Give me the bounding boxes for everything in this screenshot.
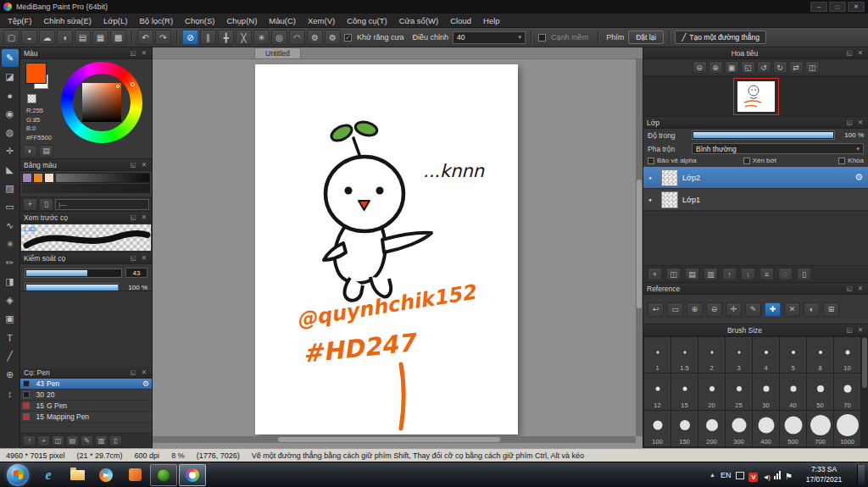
language-indicator[interactable]: EN	[721, 471, 732, 479]
sv-cursor[interactable]	[116, 85, 120, 88]
brush-size-option-5[interactable]: 5	[780, 337, 806, 373]
dot-tool[interactable]: ●	[2, 86, 19, 104]
color-slider-toggle-icon[interactable]: ▤	[39, 145, 53, 158]
brush-item-1[interactable]: 43Pen⚙	[20, 379, 152, 390]
taskbar-app-orange-icon[interactable]	[121, 464, 148, 486]
blend-mode-select[interactable]: Bình thường ▾	[692, 143, 864, 154]
select-rect-tool[interactable]: ▭	[2, 198, 19, 216]
brush-size-option-12[interactable]: 12	[644, 374, 670, 409]
move-tool[interactable]: ✛	[2, 142, 19, 160]
eraser-tool[interactable]: ◪	[2, 68, 19, 86]
layer-row-2[interactable]: ●Lớp1	[643, 189, 868, 211]
brush-size-option-15[interactable]: 15	[671, 374, 698, 409]
layer-convert-icon[interactable]: ▥	[704, 268, 718, 280]
layer-opacity-slider[interactable]	[692, 130, 835, 140]
grid-ref-icon[interactable]: ⊞	[823, 302, 839, 317]
snap-cross-icon[interactable]: ╋	[218, 30, 234, 45]
popout-icon[interactable]: ◱	[129, 49, 137, 57]
reset-view-icon[interactable]: ⇄	[789, 61, 804, 74]
taskbar-medibang-icon[interactable]	[179, 464, 206, 486]
lock-checkbox[interactable]	[838, 158, 845, 164]
layer-row-1[interactable]: ●Lớp2⚙	[643, 167, 868, 189]
hand-ref-icon[interactable]: ✚	[765, 302, 781, 317]
menu-item-9[interactable]: Công cụ(T)	[341, 14, 393, 27]
new-file-icon[interactable]: ▢	[3, 30, 19, 45]
minimize-button[interactable]: ─	[810, 2, 827, 12]
select-eraser-tool[interactable]: ◨	[2, 273, 19, 291]
menu-item-12[interactable]: Help	[477, 14, 506, 27]
menu-item-1[interactable]: Tệp(F)	[2, 14, 38, 27]
blur-tool[interactable]: ◍	[2, 124, 19, 141]
snap-curve-icon[interactable]: ◠	[289, 30, 305, 45]
popout-icon[interactable]: ◱	[845, 119, 854, 126]
brush-tool[interactable]: ✎	[2, 49, 19, 67]
brush-item-4[interactable]: 15Mapping Pen	[20, 412, 152, 423]
brush-size-option-40[interactable]: 40	[780, 374, 806, 409]
fit-window-icon[interactable]: ◱	[741, 61, 755, 74]
edit-brush-icon[interactable]: ✎	[81, 435, 93, 446]
tone-ref-icon[interactable]: ◐	[804, 302, 820, 317]
sv-square[interactable]	[82, 83, 121, 122]
popout-icon[interactable]: ◱	[129, 368, 137, 376]
move-layer-up-icon[interactable]: ↑	[722, 268, 737, 280]
canvas-area[interactable]: Untitled ...knnn	[153, 47, 643, 448]
brush-size-option-400[interactable]: 400	[753, 411, 779, 446]
lasso-tool[interactable]: ∿	[2, 217, 19, 235]
canvas-page[interactable]: ...knnn @quynhchik152 #HD247	[255, 64, 518, 434]
gallery-icon[interactable]: ▤	[75, 30, 91, 45]
zoom-out-ref-icon[interactable]: ⊖	[706, 302, 722, 317]
tray-volume-icon[interactable]: ◄)	[762, 468, 770, 483]
menu-item-5[interactable]: Chọn(S)	[179, 14, 220, 27]
hue-cursor[interactable]	[131, 82, 135, 86]
snap-parallel-icon[interactable]: ∥	[200, 30, 216, 45]
antialias-checkbox[interactable]: ✓	[344, 34, 352, 42]
brush-size-option-10[interactable]: 10	[834, 337, 860, 373]
zoom-in-icon[interactable]: ⊕	[709, 61, 723, 74]
close-panel-icon[interactable]: ✕	[856, 326, 865, 334]
brush-size-option-70[interactable]: 70	[834, 374, 860, 409]
taskbar-ie-icon[interactable]: e	[35, 464, 62, 486]
snap-radial-icon[interactable]: ✳	[253, 30, 270, 45]
grid-view-icon[interactable]: ▦	[92, 30, 108, 45]
alpha-protect-checkbox[interactable]	[648, 158, 654, 164]
brush-size-option-100[interactable]: 100	[644, 411, 670, 446]
brush-size-scrollbar[interactable]	[861, 336, 868, 447]
brush-item-2[interactable]: 3020	[20, 390, 152, 401]
brush-size-option-20[interactable]: 20	[698, 374, 725, 409]
menu-item-8[interactable]: Xem(V)	[302, 14, 341, 27]
add-brush-icon[interactable]: +	[37, 435, 50, 446]
menu-item-6[interactable]: Chụp(N)	[220, 14, 263, 27]
popout-icon[interactable]: ◱	[845, 326, 854, 334]
clipping-checkbox[interactable]	[743, 158, 750, 164]
delete-layer-icon[interactable]: ▯	[797, 268, 811, 280]
cloud-icon[interactable]: ☁	[39, 30, 55, 45]
crop-ref-icon[interactable]: ▭	[667, 302, 683, 317]
navigator-view-rect[interactable]	[733, 78, 779, 115]
close-ref-icon[interactable]: ✕	[784, 302, 800, 317]
move-layer-down-icon[interactable]: ↓	[741, 268, 755, 280]
brush-settings-icon[interactable]: ⚙	[325, 30, 341, 45]
bucket-tool[interactable]: ◈	[2, 291, 19, 309]
shape-tool[interactable]: ▣	[2, 310, 19, 328]
brush-scroll-up-icon[interactable]: ↑	[23, 435, 36, 446]
move-ref-icon[interactable]: ✛	[726, 302, 742, 317]
panel-view-icon[interactable]: ▩	[110, 30, 126, 45]
close-panel-icon[interactable]: ✕	[856, 49, 865, 57]
close-panel-icon[interactable]: ✕	[856, 119, 865, 126]
lock-option[interactable]: Khóa	[838, 157, 864, 164]
color-wheel-toggle-icon[interactable]: ◐	[23, 145, 37, 158]
brush-size-option-30[interactable]: 30	[753, 374, 779, 409]
tray-vlc-icon[interactable]: V	[748, 468, 758, 483]
tray-flag-icon[interactable]: ⚑	[785, 468, 793, 483]
close-panel-icon[interactable]: ✕	[856, 285, 865, 292]
save-icon[interactable]: ◒	[21, 30, 37, 45]
palette-swatch-1[interactable]	[22, 173, 32, 183]
merge-layer-icon[interactable]: ≡	[760, 268, 774, 280]
soft-edge-checkbox[interactable]	[538, 34, 546, 42]
brush-size-option-700[interactable]: 700	[807, 411, 833, 446]
brush-size-option-1000[interactable]: 1000	[834, 411, 860, 446]
taskbar-clock[interactable]: 7:33 SA 17/07/2021	[802, 465, 846, 484]
delete-color-icon[interactable]: ▯	[39, 198, 53, 211]
close-panel-icon[interactable]: ✕	[140, 161, 148, 169]
pick-ref-icon[interactable]: ✎	[745, 302, 761, 317]
